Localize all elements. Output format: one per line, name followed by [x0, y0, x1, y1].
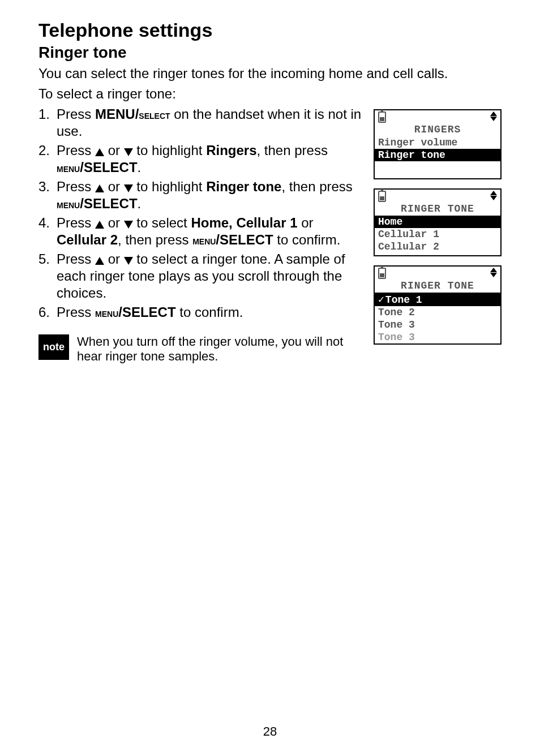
lcd-row-text: Tone 1 — [385, 294, 422, 306]
menu-select-key: menu/SELECT — [57, 160, 138, 175]
text: , then press — [256, 143, 327, 158]
note-block: note When you turn off the ringer volume… — [38, 334, 362, 364]
step-4: 4. Press or to select Home, Cellular 1 o… — [38, 214, 362, 248]
text: or — [104, 179, 124, 194]
steps-list: 1. Press MENU/select on the handset when… — [38, 106, 362, 321]
step-body: Press menu/SELECT to confirm. — [57, 304, 362, 321]
checkmark-icon — [378, 294, 385, 306]
step-6: 6. Press menu/SELECT to confirm. — [38, 304, 362, 321]
lcd-screen-ringer-tone-source: RINGER TONE Home Cellular 1 Cellular 2 — [374, 188, 502, 256]
down-arrow-icon — [124, 257, 133, 265]
step-number: 5. — [38, 251, 53, 302]
text: Press — [57, 304, 95, 320]
intro-text-1: You can select the ringer tones for the … — [38, 65, 502, 82]
step-5: 5. Press or to select a ringer tone. A s… — [38, 251, 362, 302]
text: or — [297, 215, 313, 230]
scroll-arrows-icon — [490, 268, 497, 277]
down-arrow-icon — [124, 221, 133, 229]
lcd-screen-ringers: RINGERS Ringer volume Ringer tone — [374, 109, 502, 179]
lcd-row: Cellular 1 — [375, 228, 500, 240]
menu-select-key: menu/SELECT — [192, 232, 273, 247]
lcd-screen-ringer-tone-list: RINGER TONE Tone 1 Tone 2 Tone 3 Tone 3 — [374, 265, 502, 345]
step-number: 3. — [38, 178, 53, 212]
lcd-row-selected: Tone 1 — [375, 293, 500, 306]
note-text: When you turn off the ringer volume, you… — [77, 334, 362, 364]
scroll-arrows-icon — [490, 191, 497, 200]
text: Press — [57, 179, 95, 194]
lcd-row: Tone 2 — [375, 306, 500, 319]
page: Telephone settings Ringer tone You can s… — [0, 0, 540, 756]
highlight-target: Cellular 2 — [57, 232, 118, 247]
text: to confirm. — [176, 304, 243, 320]
lcd-row-selected: Home — [375, 216, 500, 228]
intro-text-2: To select a ringer tone: — [38, 85, 502, 102]
step-body: Press or to select a ringer tone. A samp… — [57, 251, 362, 302]
text: . — [138, 196, 142, 211]
step-body: Press or to highlight Ringers, then pres… — [57, 142, 362, 176]
battery-icon — [378, 268, 386, 279]
up-arrow-icon — [95, 257, 104, 265]
down-arrow-icon — [124, 148, 133, 156]
lcd-title: RINGER TONE — [375, 203, 500, 216]
step-number: 1. — [38, 106, 53, 140]
lcd-row: Tone 3 — [375, 319, 500, 331]
text: or — [104, 143, 124, 158]
section-title: Ringer tone — [38, 44, 502, 62]
menu-select-key: menu/SELECT — [95, 304, 176, 320]
highlight-target: Home, Cellular 1 — [191, 215, 297, 230]
text: or — [104, 251, 124, 267]
battery-icon — [378, 111, 386, 123]
text: Press — [57, 143, 95, 158]
step-body: Press MENU/select on the handset when it… — [57, 106, 362, 140]
lcd-row: Cellular 2 — [375, 240, 500, 253]
text: or — [104, 215, 124, 230]
step-number: 4. — [38, 214, 53, 248]
screens-column: RINGERS Ringer volume Ringer tone RINGER… — [374, 109, 502, 364]
text: Press — [57, 251, 95, 267]
step-3: 3. Press or to highlight Ringer tone, th… — [38, 178, 362, 212]
lcd-row-faded: Tone 3 — [375, 331, 500, 343]
note-badge: note — [38, 334, 69, 360]
text: Press — [57, 215, 95, 230]
step-2: 2. Press or to highlight Ringers, then p… — [38, 142, 362, 176]
page-title: Telephone settings — [38, 19, 502, 41]
text: Press — [57, 106, 95, 122]
menu-select-key: MENU/select — [95, 106, 170, 122]
text: . — [138, 160, 142, 175]
step-number: 2. — [38, 142, 53, 176]
up-arrow-icon — [95, 184, 104, 192]
text: to highlight — [133, 143, 206, 158]
menu-select-key: menu/SELECT — [57, 196, 138, 211]
up-arrow-icon — [95, 221, 104, 229]
lcd-title: RINGER TONE — [375, 280, 500, 293]
lcd-row: Ringer volume — [375, 136, 500, 149]
text: , then press — [118, 232, 192, 247]
text: to highlight — [133, 179, 206, 194]
down-arrow-icon — [124, 184, 133, 192]
page-number: 28 — [0, 724, 540, 739]
text: to select — [133, 215, 191, 230]
step-1: 1. Press MENU/select on the handset when… — [38, 106, 362, 140]
highlight-target: Ringers — [206, 143, 256, 158]
instructions-column: 1. Press MENU/select on the handset when… — [38, 106, 362, 364]
text: , then press — [281, 179, 352, 194]
scroll-arrows-icon — [490, 111, 497, 121]
step-number: 6. — [38, 304, 53, 321]
lcd-row-selected: Ringer tone — [375, 149, 500, 161]
up-arrow-icon — [95, 148, 104, 156]
battery-icon — [378, 191, 386, 202]
lcd-title: RINGERS — [375, 124, 500, 136]
text: to confirm. — [273, 232, 341, 247]
step-body: Press or to select Home, Cellular 1 or C… — [57, 214, 362, 248]
step-body: Press or to highlight Ringer tone, then … — [57, 178, 362, 212]
highlight-target: Ringer tone — [206, 179, 281, 194]
